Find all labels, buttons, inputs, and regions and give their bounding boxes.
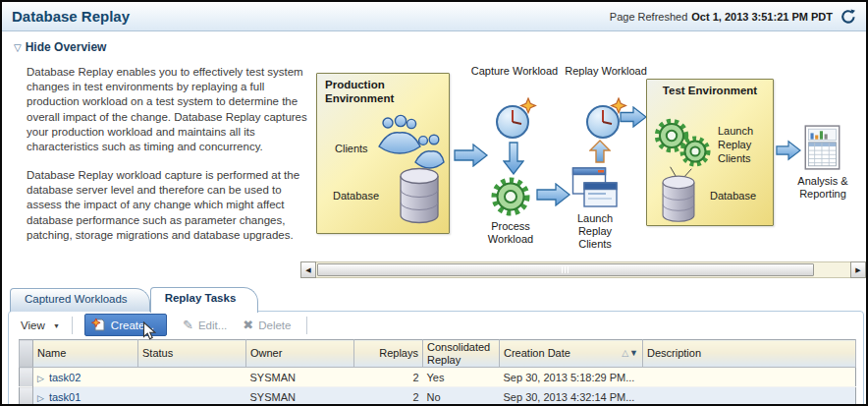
test-database-icon [659,174,698,225]
production-environment-box: Production Environment Clients Database [316,73,450,234]
test-environment-title: Test Environment [647,80,773,98]
description-cell [643,368,856,387]
arrow-launch-to-replay-icon [589,140,611,163]
consolidated-replay-cell: Yes [423,368,500,387]
replay-clients-gears-icon [651,115,716,172]
column-header-creation-date[interactable]: Creation Date △ ▼ [500,340,643,368]
tab-replay-tasks[interactable]: Replay Tasks [150,287,259,313]
delete-x-icon: ✖ [243,318,253,332]
page-refreshed-label: Page RefreshedOct 1, 2013 3:51:21 PM PDT [610,11,833,23]
clients-label: Clients [335,143,368,154]
row-selector[interactable] [20,368,33,387]
capture-workload-label: Capture Workload [469,65,560,78]
scroll-right-button[interactable]: ▶ [850,261,866,278]
tab-captured-workloads[interactable]: Captured Workloads [10,288,150,312]
refresh-label-text: Page Refreshed [610,11,688,23]
test-environment-box: Test Environment Launch Replay Clients [646,79,774,226]
overview-paragraph-2: Database Replay workload capture is perf… [27,168,311,243]
status-cell [138,368,246,387]
replay-tasks-panel: View ▼ Create... ✎ Edit... ✖ Delete [8,311,864,406]
hide-overview-toggle[interactable]: ▽Hide Overview [14,40,106,54]
column-header-status[interactable]: Status [138,340,246,368]
creation-date-cell: Sep 30, 2013 4:32:14 PM... [500,387,643,406]
column-header-consolidated-replay[interactable]: Consolidated Replay [423,340,500,368]
scrollbar-thumb[interactable] [317,263,814,276]
task-link[interactable]: task01 [49,391,81,403]
arrow-production-to-capture-icon [454,144,489,167]
name-cell: ▷task01 [33,387,138,406]
column-header-owner[interactable]: Owner [246,340,354,368]
collapse-triangle-icon: ▽ [14,42,22,53]
new-document-icon [91,318,106,332]
owner-cell: SYSMAN [246,368,354,387]
process-workload-gear-icon [489,175,532,218]
refresh-timestamp: Oct 1, 2013 3:51:21 PM PDT [691,11,833,23]
name-cell: ▷task02 [33,368,138,387]
production-database-label: Database [333,190,379,202]
table-row-task02[interactable]: ▷task02 SYSMAN 2 Yes Sep 30, 2013 5:18:2… [20,368,856,387]
workload-tabs: Captured Workloads Replay Tasks [10,287,258,312]
page-title: Database Replay [12,8,130,25]
arrow-replay-to-test-icon [620,106,647,128]
analysis-reporting-label: Analysis & Reporting [784,175,862,201]
overview-paragraph-1: Database Replay enables you to effective… [27,65,311,154]
owner-cell: SYSMAN [246,387,354,406]
row-selector[interactable] [20,387,33,406]
arrow-test-to-analysis-icon [776,140,801,161]
task-link[interactable]: task02 [49,372,81,383]
clients-group-icon [376,113,445,170]
delete-label: Delete [258,319,291,331]
chevron-down-icon: ▼ [53,322,60,329]
test-launch-replay-clients-label: Launch Replay Clients [718,125,769,165]
delete-button[interactable]: ✖ Delete [243,318,291,332]
view-label: View [21,319,45,331]
overview-description: Database Replay enables you to effective… [27,65,311,257]
view-menu-button[interactable]: View ▼ [21,319,60,331]
diagram-horizontal-scrollbar[interactable]: ◀ ▶ [300,261,866,278]
description-cell [643,387,856,406]
database-replay-diagram: Production Environment Clients Database [304,63,866,261]
consolidated-replay-cell: No [423,387,500,406]
process-workload-label: Process Workload [473,220,548,246]
production-database-icon [398,166,441,227]
expand-row-icon[interactable]: ▷ [37,393,44,403]
creation-date-label: Creation Date [504,347,622,360]
column-header-description[interactable]: Description [643,340,856,368]
column-header-replays[interactable]: Replays [354,340,423,368]
hide-overview-label: Hide Overview [26,40,107,54]
sort-descending-icon[interactable]: ▼ [629,348,638,358]
toolbar-separator [306,317,307,334]
toolbar-separator [72,317,73,334]
production-environment-title: Production Environment [317,74,449,106]
replay-tasks-toolbar: View ▼ Create... ✎ Edit... ✖ Delete [9,312,863,338]
page-header: Database Replay Page RefreshedOct 1, 201… [2,2,866,31]
replays-cell: 2 [354,368,423,387]
scroll-left-button[interactable]: ◀ [300,261,316,278]
arrow-capture-to-process-icon [503,142,524,175]
expand-row-icon[interactable]: ▷ [37,374,44,383]
mouse-cursor [142,321,156,341]
edit-label: Edit... [198,319,227,331]
row-selector-header [20,340,33,368]
test-database-label: Database [710,190,756,202]
replay-workload-label: Replay Workload [562,65,650,78]
refresh-icon[interactable] [841,9,856,25]
creation-date-cell: Sep 30, 2013 5:18:29 PM... [500,368,643,387]
scrollbar-track[interactable] [316,261,850,278]
analysis-reporting-icon [803,124,842,171]
sort-ascending-icon[interactable]: △ [622,348,628,358]
arrow-process-to-launch-icon [536,183,571,206]
table-row-task01[interactable]: ▷task01 SYSMAN 2 No Sep 30, 2013 4:32:14… [20,387,856,406]
launch-replay-clients-label: Launch Replay Clients [564,212,626,252]
edit-button[interactable]: ✎ Edit... [183,318,227,332]
replays-cell: 2 [354,387,423,406]
status-cell [138,387,246,406]
pencil-icon: ✎ [183,318,193,332]
column-header-name[interactable]: Name [33,340,138,368]
database-replay-page: Database Replay Page RefreshedOct 1, 201… [0,0,868,406]
launch-replay-clients-windows-icon [571,163,619,210]
table-header-row: Name Status Owner Replays Consolidated R… [20,340,856,368]
replay-tasks-table: Name Status Owner Replays Consolidated R… [19,339,863,406]
capture-workload-clock-icon [493,96,538,142]
